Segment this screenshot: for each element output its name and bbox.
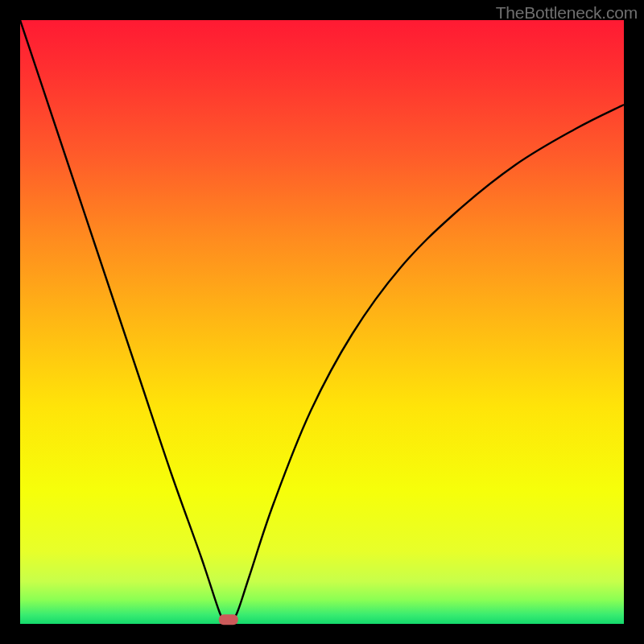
optimal-marker	[219, 614, 238, 625]
watermark-text: TheBottleneck.com	[496, 3, 638, 23]
chart-frame: TheBottleneck.com	[0, 0, 644, 644]
curve-svg	[20, 20, 624, 624]
bottleneck-curve-path	[20, 20, 624, 622]
plot-area	[20, 20, 624, 624]
